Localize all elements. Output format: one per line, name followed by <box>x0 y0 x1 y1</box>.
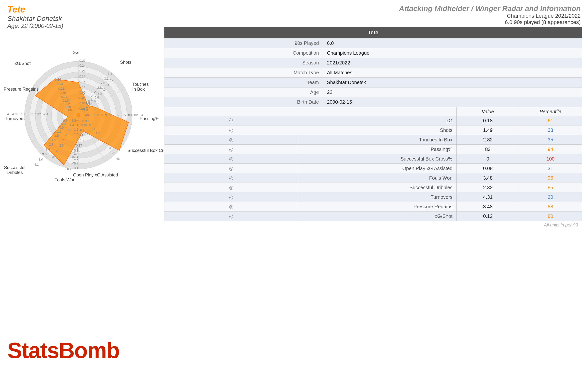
svg-text:1.4: 1.4 <box>70 123 74 127</box>
svg-text:2.4: 2.4 <box>44 112 48 116</box>
stat-row-1: ◎ Shots 1.49 33 <box>164 125 582 135</box>
info-table: Tete 90s Played6.0CompetitionChampions L… <box>164 27 582 107</box>
svg-text:0.21: 0.21 <box>72 155 78 159</box>
svg-text:3.1: 3.1 <box>74 166 78 170</box>
stat-row-6: ◎ Fouls Won 3.48 96 <box>164 173 582 183</box>
svg-text:Passing%: Passing% <box>140 116 159 121</box>
svg-text:65: 65 <box>99 113 103 117</box>
svg-text:1.5: 1.5 <box>54 134 59 137</box>
svg-text:1.2: 1.2 <box>74 128 78 131</box>
svg-text:1.9: 1.9 <box>52 138 56 142</box>
svg-text:2.6: 2.6 <box>39 112 44 116</box>
svg-text:3.4: 3.4 <box>38 158 43 161</box>
svg-text:Shots: Shots <box>120 60 131 65</box>
svg-text:0.26: 0.26 <box>55 78 61 81</box>
info-table-header-cell: Tete <box>164 27 582 38</box>
svg-text:6.3: 6.3 <box>98 92 102 96</box>
svg-text:0.21: 0.21 <box>79 69 86 73</box>
svg-text:0.08: 0.08 <box>81 124 87 127</box>
svg-text:82: 82 <box>134 113 138 117</box>
header-right: Attacking Midfielder / Winger Radar and … <box>399 4 581 25</box>
svg-text:Turnovers: Turnovers <box>5 116 24 121</box>
svg-text:2.9: 2.9 <box>56 149 60 153</box>
svg-text:69: 69 <box>103 113 107 117</box>
svg-text:0.19: 0.19 <box>60 91 66 95</box>
svg-text:0.12: 0.12 <box>64 102 70 106</box>
svg-text:0.8: 0.8 <box>61 122 66 126</box>
all-units-note: All units in per-90 <box>164 221 582 229</box>
svg-text:0.18: 0.18 <box>79 75 86 78</box>
stat-row-2: ◎ Touches In Box 2.82 35 <box>164 135 582 145</box>
svg-text:0.10: 0.10 <box>80 128 86 132</box>
svg-text:4.0: 4.0 <box>12 112 17 116</box>
svg-text:0.10: 0.10 <box>65 105 71 109</box>
svg-text:46: 46 <box>116 157 120 161</box>
svg-text:Successful: Successful <box>4 165 25 170</box>
svg-text:0.9: 0.9 <box>59 126 64 129</box>
svg-text:3.1: 3.1 <box>104 77 109 80</box>
svg-text:1.1: 1.1 <box>74 123 78 127</box>
stat-row-10: ◎ xG/Shot 0.12 80 <box>164 211 582 221</box>
svg-text:2.9: 2.9 <box>34 112 39 116</box>
info-row-1: CompetitionChampions League <box>164 48 582 58</box>
svg-text:7.7: 7.7 <box>109 78 113 82</box>
svg-text:1.1: 1.1 <box>57 130 61 133</box>
info-row-0: 90s Played6.0 <box>164 38 582 48</box>
statsbomb-logo: StatsBomb <box>7 338 119 363</box>
svg-text:0.11: 0.11 <box>79 85 86 89</box>
svg-text:51: 51 <box>88 113 92 117</box>
svg-text:77: 77 <box>123 113 126 117</box>
svg-text:4.5: 4.5 <box>89 102 93 106</box>
svg-text:0.6: 0.6 <box>63 119 68 122</box>
svg-text:2.0: 2.0 <box>65 133 69 137</box>
svg-text:4.9: 4.9 <box>92 99 96 103</box>
svg-text:Pressure Regains: Pressure Regains <box>4 87 39 92</box>
svg-text:71: 71 <box>108 113 111 117</box>
stat-row-9: ◎ Pressure Regains 3.48 88 <box>164 202 582 211</box>
team-name: Shakhtar Donetsk <box>7 15 63 23</box>
info-row-4: TeamShakhtar Donetsk <box>164 78 582 87</box>
svg-text:4.1: 4.1 <box>34 163 39 166</box>
info-row-3: Match TypeAll Matches <box>164 68 582 78</box>
svg-text:In Box: In Box <box>132 87 145 92</box>
stats-table: Value Percentile ⏱ xG 0.18 61 ◎ Shots 1.… <box>164 107 582 221</box>
svg-text:xG/Shot: xG/Shot <box>15 61 31 66</box>
report-title: Attacking Midfielder / Winger Radar and … <box>399 4 581 13</box>
info-row-2: Season2021/2022 <box>164 58 582 68</box>
stat-row-8: ◎ Turnovers 4.31 20 <box>164 192 582 202</box>
svg-text:0.24: 0.24 <box>57 82 63 86</box>
svg-text:0.27: 0.27 <box>79 59 86 62</box>
svg-text:2.8: 2.8 <box>101 81 105 85</box>
svg-text:0.15: 0.15 <box>62 99 69 102</box>
info-row-5: Age22 <box>164 87 582 97</box>
svg-text:23: 23 <box>100 136 103 140</box>
stats-col-headers: Value Percentile <box>164 107 582 116</box>
info-row-6: Birth Date2000-02-15 <box>164 97 582 107</box>
svg-text:2.3: 2.3 <box>49 143 53 146</box>
svg-text:Dribbles: Dribbles <box>7 170 23 175</box>
svg-text:0.21: 0.21 <box>58 87 64 90</box>
svg-text:2.6: 2.6 <box>59 144 64 147</box>
svg-text:Touches: Touches <box>132 82 149 87</box>
svg-text:0.26: 0.26 <box>67 167 73 171</box>
svg-text:6: 6 <box>89 123 91 126</box>
svg-text:29: 29 <box>104 141 107 145</box>
svg-text:1.7: 1.7 <box>67 128 72 132</box>
svg-text:Open Play xG Assisted: Open Play xG Assisted <box>73 173 118 177</box>
stat-row-7: ◎ Successful Dribbles 2.32 85 <box>164 183 582 192</box>
svg-text:0.12: 0.12 <box>79 133 85 137</box>
svg-text:75: 75 <box>118 113 121 117</box>
svg-text:17: 17 <box>96 131 99 135</box>
stat-row-5: ◎ Open Play xG Assisted 0.08 31 <box>164 164 582 173</box>
radar-chart: 0.06 0.07 0.08 0.09 0.11 0.15 0.18 0.21 … <box>0 25 167 191</box>
svg-text:0.06: 0.06 <box>82 119 88 123</box>
player-name: Tete <box>7 4 63 15</box>
svg-text:0.09: 0.09 <box>79 91 86 94</box>
svg-text:7.0: 7.0 <box>101 88 106 91</box>
svg-text:4.3: 4.3 <box>7 112 12 116</box>
svg-text:40: 40 <box>112 151 115 155</box>
svg-text:0.17: 0.17 <box>76 144 82 147</box>
svg-text:80: 80 <box>128 113 132 117</box>
stat-row-4: ◎ Successful Box Cross% 0 100 <box>164 154 582 164</box>
svg-text:0.15: 0.15 <box>77 138 84 142</box>
